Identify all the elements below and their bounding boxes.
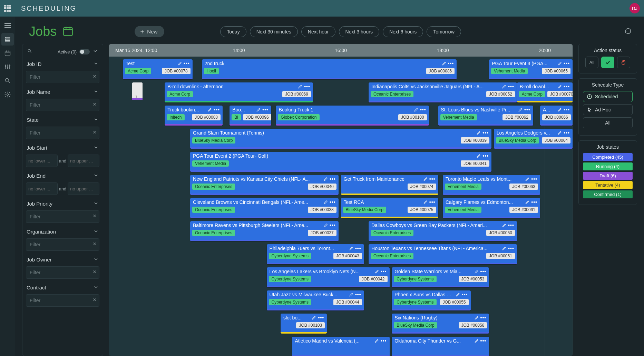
job-card[interactable]: Oklahoma City Thunder vs G...••• (392, 337, 489, 356)
job-card[interactable]: Test•••Acme CorpJOB #00078 (123, 59, 192, 79)
nav-gear[interactable] (1, 88, 14, 101)
job-card[interactable]: Grand Slam Tournament (Tennis)•••BlueSky… (190, 129, 491, 149)
edit-icon[interactable] (374, 269, 379, 274)
job-card[interactable]: PGA Tour Event 3 (PGA...•••Vehement Medi… (489, 59, 573, 79)
job-card[interactable]: Los Angeles Lakers vs Brooklyn Nets (N..… (267, 267, 390, 287)
time-pill-1[interactable]: Next 30 minutes (250, 26, 298, 37)
job-card[interactable]: Utah Jazz vs Milwaukee Buck...•••Cyberdy… (267, 290, 364, 310)
filter-head[interactable]: Job Start (26, 142, 99, 153)
edit-icon[interactable] (298, 84, 303, 89)
schedule-type-adhoc[interactable]: Ad Hoc (583, 104, 633, 115)
job-card[interactable]: Test RCA•••BlueSky Media CorpJOB #00075 (341, 198, 438, 218)
range-upper[interactable] (68, 182, 99, 195)
more-icon[interactable]: ••• (429, 201, 436, 203)
edit-icon[interactable] (502, 223, 507, 228)
job-card[interactable]: Indianapolis Colts vs Jacksonville Jagua… (369, 82, 517, 102)
more-icon[interactable]: ••• (462, 294, 468, 296)
job-card[interactable]: slot bo...•••JOB #00103 (281, 314, 327, 334)
job-card-collapsed[interactable]: J... (132, 82, 143, 100)
range-lower[interactable] (26, 182, 58, 195)
job-card[interactable]: 2nd truck•••HooliJOB #00086 (202, 59, 457, 79)
filter-input[interactable] (28, 214, 92, 219)
filter-head[interactable]: Job Name (26, 87, 99, 97)
edit-icon[interactable] (476, 130, 481, 135)
edit-icon[interactable] (423, 200, 428, 205)
job-card[interactable]: A...•••JOB #00066 (540, 106, 573, 126)
edit-icon[interactable] (456, 292, 460, 297)
schedule-type-all[interactable]: All (583, 117, 633, 128)
edit-icon[interactable] (525, 177, 530, 181)
clear-icon[interactable] (92, 102, 97, 108)
time-pill-0[interactable]: Today (220, 26, 246, 37)
job-card[interactable]: St. Louis Blues vs Nashville Pr...•••Veh… (438, 106, 533, 126)
filter-head[interactable]: Job ID (26, 59, 99, 69)
job-card[interactable]: Baltimore Ravens vs Pittsburgh Steelers … (190, 221, 339, 241)
more-icon[interactable]: ••• (184, 62, 190, 65)
job-card[interactable]: Phoenix Suns vs Dallas Mave...•••Cyberdy… (392, 290, 470, 310)
filter-head[interactable]: Contract (26, 282, 99, 293)
clear-icon[interactable] (92, 241, 97, 248)
filter-input[interactable] (28, 242, 92, 247)
more-icon[interactable]: ••• (564, 109, 570, 111)
more-icon[interactable]: ••• (524, 109, 530, 111)
more-icon[interactable]: ••• (531, 178, 537, 180)
filter-search-icon[interactable] (27, 49, 32, 55)
edit-icon[interactable] (502, 246, 507, 251)
refresh-button[interactable] (625, 28, 632, 36)
more-icon[interactable]: ••• (448, 62, 454, 65)
job-card[interactable]: Los Angeles Dodgers v...•••BlueSky Media… (494, 129, 573, 149)
more-icon[interactable]: ••• (381, 270, 387, 273)
edit-icon[interactable] (312, 315, 316, 320)
job-card[interactable]: Six Nations (Rugby)•••BlueSky Media Corp… (392, 314, 489, 334)
job-state-3[interactable]: Tentative (4) (583, 181, 633, 189)
more-icon[interactable]: ••• (564, 86, 570, 88)
edit-icon[interactable] (414, 107, 419, 112)
clear-icon[interactable] (92, 214, 97, 220)
more-icon[interactable]: ••• (531, 201, 537, 203)
nav-calendar[interactable] (1, 47, 14, 59)
job-card[interactable]: B-roll downlink - afternoon•••Acme CorpJ… (165, 82, 313, 102)
more-icon[interactable]: ••• (420, 109, 426, 111)
edit-icon[interactable] (349, 246, 354, 251)
edit-icon[interactable] (525, 200, 530, 205)
more-icon[interactable]: ••• (482, 132, 489, 134)
action-ok[interactable] (601, 57, 614, 68)
action-stop[interactable] (617, 57, 630, 68)
more-icon[interactable]: ••• (508, 224, 514, 226)
edit-icon[interactable] (349, 292, 354, 297)
more-icon[interactable]: ••• (318, 317, 324, 319)
time-pill-2[interactable]: Next hour (301, 26, 335, 37)
filter-input[interactable] (28, 130, 92, 136)
clear-icon[interactable] (92, 269, 97, 276)
edit-icon[interactable] (557, 130, 562, 135)
job-state-2[interactable]: Draft (6) (583, 172, 633, 180)
time-pill-3[interactable]: Next 3 hours (339, 26, 379, 37)
time-pill-4[interactable]: Next 6 hours (383, 26, 423, 37)
more-icon[interactable]: ••• (564, 132, 570, 134)
job-card[interactable]: Truck bookin...•••InitechJOB #00088 (165, 106, 223, 126)
edit-icon[interactable] (557, 107, 562, 112)
more-icon[interactable]: ••• (564, 62, 570, 65)
filter-head[interactable]: Job End (26, 170, 99, 181)
job-card[interactable]: Golden State Warriors vs Mia...•••Cyberd… (392, 267, 489, 287)
edit-icon[interactable] (177, 61, 182, 66)
filter-head[interactable]: Job Owner (26, 254, 99, 265)
more-icon[interactable]: ••• (480, 340, 487, 342)
job-state-1[interactable]: Running (4) (583, 162, 633, 170)
job-state-0[interactable]: Completed (45) (583, 153, 633, 161)
job-card[interactable]: Cleveland Browns vs Cincinnati Bengals (… (190, 198, 339, 218)
more-icon[interactable]: ••• (304, 86, 310, 88)
edit-icon[interactable] (423, 177, 428, 181)
new-button[interactable]: New (135, 26, 164, 37)
more-icon[interactable]: ••• (214, 109, 220, 111)
more-icon[interactable]: ••• (355, 247, 361, 249)
edit-icon[interactable] (476, 154, 481, 158)
edit-icon[interactable] (207, 107, 212, 112)
more-icon[interactable]: ••• (355, 294, 361, 296)
action-all[interactable]: All (585, 57, 598, 68)
more-icon[interactable]: ••• (508, 86, 514, 88)
nav-jobs[interactable] (1, 33, 14, 46)
range-upper[interactable] (68, 155, 99, 167)
filter-head[interactable]: Organization (26, 226, 99, 237)
job-card[interactable]: Get Truck from Maintenance•••JOB #00074 (341, 175, 438, 195)
